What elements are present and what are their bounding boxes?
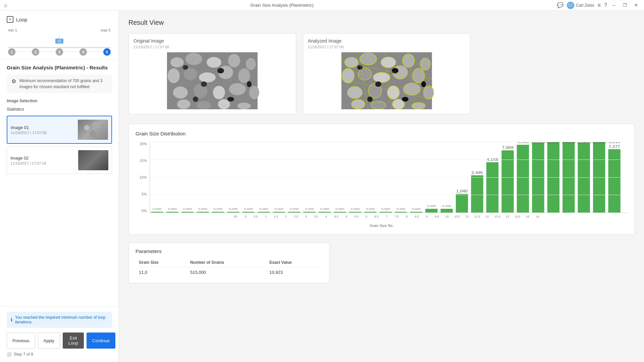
svg-rect-82	[532, 142, 544, 213]
info-icon: ℹ	[11, 317, 12, 322]
svg-rect-63	[243, 212, 255, 213]
chart-section: Grain Size Distribution 20% 15% 10% 5% 0…	[128, 124, 635, 235]
original-image-date: 11/16/2017 | 17:07:06	[133, 45, 291, 49]
empty-card-area	[477, 33, 635, 114]
col-grain-size: Grain Size	[136, 258, 187, 267]
minimize-button[interactable]: ─	[610, 3, 618, 8]
original-image-card: Original Image 11/16/2017 | 17:07:06	[128, 33, 296, 114]
grid-line-5	[150, 195, 628, 195]
svg-rect-87	[608, 149, 620, 213]
parameters-section: Parameters Grain Size Number of Grains E…	[128, 243, 330, 283]
image-1-date: 11/16/2017 | 17:07:06	[11, 131, 74, 135]
svg-text:3.5: 3.5	[314, 215, 318, 218]
svg-rect-75	[425, 209, 437, 213]
loop-label: Loop	[16, 17, 27, 22]
help-icon[interactable]: ?	[604, 2, 607, 8]
svg-rect-78	[471, 175, 483, 213]
exit-loop-button[interactable]: Exit Loop	[63, 333, 84, 349]
svg-point-28	[360, 53, 377, 65]
svg-text:11.5: 11.5	[474, 215, 480, 218]
warning-box: ⚙ Minimum recommendation of 700 grains a…	[7, 74, 112, 93]
svg-point-48	[375, 81, 381, 87]
svg-text:14: 14	[526, 215, 529, 218]
svg-text:0.5: 0.5	[254, 215, 258, 218]
svg-point-6	[168, 68, 180, 83]
warning-icon: ⚙	[11, 78, 16, 84]
image-item-1[interactable]: Image 01 11/16/2017 | 17:07:06	[7, 116, 112, 144]
svg-point-4	[228, 54, 240, 67]
image-item-2[interactable]: Image 02 11/16/2017 | 17:07:18	[7, 146, 112, 174]
svg-point-31	[420, 58, 430, 70]
chat-icon[interactable]: 💬	[557, 2, 564, 8]
svg-rect-66	[288, 212, 300, 213]
svg-rect-77	[456, 194, 468, 213]
close-button[interactable]: ✕	[632, 3, 640, 8]
svg-point-24	[193, 97, 198, 102]
restore-button[interactable]: ❐	[621, 3, 629, 8]
results-title: Grain Size Analysis (Planimetric) - Resu…	[7, 65, 112, 70]
home-icon[interactable]: ⌂	[4, 2, 7, 8]
svg-text:0,000: 0,000	[168, 208, 177, 210]
svg-text:5: 5	[345, 215, 347, 218]
svg-point-8	[199, 72, 216, 82]
svg-text:10.5: 10.5	[454, 215, 460, 218]
image-1-thumb-img	[78, 120, 108, 140]
info-message: You reached the required minimum number …	[15, 315, 108, 324]
svg-text:0,000: 0,000	[290, 208, 299, 210]
svg-text:0,000: 0,000	[381, 208, 390, 210]
svg-rect-72	[380, 212, 392, 213]
step-icon: ⬜	[7, 352, 12, 357]
slider-value: x2	[55, 39, 64, 44]
svg-rect-73	[395, 212, 407, 213]
svg-text:6: 6	[366, 215, 367, 218]
exact-value-value: 10,923	[266, 267, 323, 278]
svg-rect-57	[151, 212, 163, 213]
sidebar-content: Grain Size Analysis (Planimetric) - Resu…	[0, 59, 119, 306]
grid-line-15	[150, 160, 628, 160]
y-label-10: 10%	[136, 175, 147, 179]
col-number-grains: Number of Grains	[187, 258, 266, 267]
svg-point-42	[352, 100, 365, 109]
svg-point-19	[237, 103, 251, 109]
slider-labels: min 1 max 5	[8, 28, 111, 32]
svg-text:0,208: 0,208	[442, 205, 451, 207]
analyzed-image-card: Analyzed Image 11/16/2017 | 17:07:06	[303, 33, 471, 114]
slider-section: min 1 max 5 ↓ x2	[7, 28, 112, 47]
svg-rect-62	[227, 212, 239, 213]
svg-point-30	[402, 54, 415, 67]
svg-text:0,000: 0,000	[244, 208, 253, 210]
svg-rect-74	[410, 212, 422, 213]
svg-text:2,495: 2,495	[472, 171, 483, 175]
svg-rect-85	[578, 142, 590, 213]
svg-text:3: 3	[305, 215, 307, 218]
user-avatar: CZ	[567, 2, 574, 9]
slider-track-container[interactable]: ↓ x2	[8, 34, 111, 47]
slider-track[interactable]	[8, 45, 111, 51]
svg-rect-81	[517, 145, 529, 213]
svg-text:9: 9	[426, 215, 428, 218]
svg-text:8: 8	[406, 215, 408, 218]
svg-text:0,000: 0,000	[229, 208, 238, 210]
svg-point-7	[184, 68, 197, 80]
previous-button[interactable]: Previous	[7, 333, 35, 349]
apply-button[interactable]: Apply	[38, 333, 60, 349]
svg-point-16	[177, 100, 191, 109]
menu-icon[interactable]: ≡	[598, 2, 601, 8]
svg-point-37	[347, 86, 362, 99]
svg-text:0,000: 0,000	[335, 208, 344, 210]
image-selection-label: Image Selection	[7, 99, 112, 103]
svg-text:13: 13	[505, 215, 509, 218]
svg-point-15	[249, 86, 259, 99]
svg-rect-60	[197, 212, 209, 213]
continue-button[interactable]: Continue	[87, 333, 115, 349]
svg-point-49	[421, 81, 426, 87]
loop-header: ↺ Loop	[7, 16, 112, 23]
step-text: Step 7 of 8	[14, 352, 33, 357]
svg-text:6.5: 6.5	[374, 215, 379, 218]
svg-text:14: 14	[536, 215, 539, 218]
svg-point-29	[381, 57, 396, 68]
svg-text:1: 1	[265, 215, 267, 218]
svg-text:0,000: 0,000	[198, 208, 207, 210]
user-info: CZ Carl Zeiss	[567, 2, 594, 9]
svg-text:4: 4	[325, 215, 327, 218]
